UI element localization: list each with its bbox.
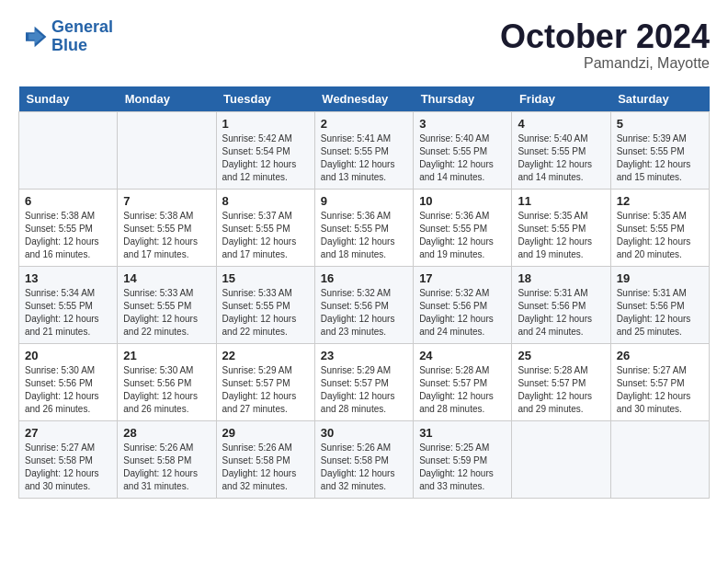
logo: General Blue xyxy=(18,18,113,55)
month-title: October 2024 xyxy=(500,18,710,55)
calendar-cell: 1Sunrise: 5:42 AM Sunset: 5:54 PM Daylig… xyxy=(216,111,314,189)
day-number: 23 xyxy=(321,349,407,362)
cell-info: Sunrise: 5:27 AM Sunset: 5:57 PM Dayligh… xyxy=(617,364,703,416)
day-number: 26 xyxy=(617,349,703,362)
calendar-cell: 6Sunrise: 5:38 AM Sunset: 5:55 PM Daylig… xyxy=(19,189,118,266)
cell-info: Sunrise: 5:32 AM Sunset: 5:56 PM Dayligh… xyxy=(321,287,407,339)
day-number: 10 xyxy=(419,194,506,208)
day-number: 1 xyxy=(222,117,309,131)
cell-info: Sunrise: 5:40 AM Sunset: 5:55 PM Dayligh… xyxy=(419,132,506,184)
day-number: 30 xyxy=(321,426,407,440)
day-number: 28 xyxy=(123,426,210,440)
day-number: 19 xyxy=(617,271,703,285)
weekday-header-saturday: Saturday xyxy=(610,86,709,112)
day-number: 13 xyxy=(25,271,111,285)
cell-info: Sunrise: 5:29 AM Sunset: 5:57 PM Dayligh… xyxy=(321,364,407,416)
cell-info: Sunrise: 5:40 AM Sunset: 5:55 PM Dayligh… xyxy=(518,132,604,184)
calendar-cell: 30Sunrise: 5:26 AM Sunset: 5:58 PM Dayli… xyxy=(314,420,413,498)
day-number: 5 xyxy=(617,117,703,131)
cell-info: Sunrise: 5:37 AM Sunset: 5:55 PM Dayligh… xyxy=(222,210,309,261)
cell-info: Sunrise: 5:26 AM Sunset: 5:58 PM Dayligh… xyxy=(123,442,210,493)
calendar-cell: 17Sunrise: 5:32 AM Sunset: 5:56 PM Dayli… xyxy=(414,266,512,343)
calendar-cell: 3Sunrise: 5:40 AM Sunset: 5:55 PM Daylig… xyxy=(414,111,512,189)
day-number: 3 xyxy=(419,117,506,131)
day-number: 24 xyxy=(419,349,506,362)
calendar-week-3: 13Sunrise: 5:34 AM Sunset: 5:55 PM Dayli… xyxy=(19,266,710,343)
day-number: 6 xyxy=(25,194,111,208)
cell-info: Sunrise: 5:38 AM Sunset: 5:55 PM Dayligh… xyxy=(123,210,210,261)
day-number: 11 xyxy=(518,194,604,208)
cell-info: Sunrise: 5:38 AM Sunset: 5:55 PM Dayligh… xyxy=(25,210,111,261)
weekday-header-thursday: Thursday xyxy=(414,86,512,112)
calendar-cell: 2Sunrise: 5:41 AM Sunset: 5:55 PM Daylig… xyxy=(314,111,413,189)
cell-info: Sunrise: 5:26 AM Sunset: 5:58 PM Dayligh… xyxy=(222,442,309,493)
day-number: 22 xyxy=(222,349,309,362)
calendar-cell: 7Sunrise: 5:38 AM Sunset: 5:55 PM Daylig… xyxy=(118,189,216,266)
calendar-body: 1Sunrise: 5:42 AM Sunset: 5:54 PM Daylig… xyxy=(19,111,710,498)
calendar-cell: 29Sunrise: 5:26 AM Sunset: 5:58 PM Dayli… xyxy=(216,420,314,498)
cell-info: Sunrise: 5:30 AM Sunset: 5:56 PM Dayligh… xyxy=(123,364,210,416)
cell-info: Sunrise: 5:41 AM Sunset: 5:55 PM Dayligh… xyxy=(321,132,407,184)
svg-marker-1 xyxy=(28,29,43,44)
cell-info: Sunrise: 5:32 AM Sunset: 5:56 PM Dayligh… xyxy=(419,287,506,339)
calendar-cell: 27Sunrise: 5:27 AM Sunset: 5:58 PM Dayli… xyxy=(19,420,118,498)
location-subtitle: Pamandzi, Mayotte xyxy=(500,55,710,72)
calendar-cell: 22Sunrise: 5:29 AM Sunset: 5:57 PM Dayli… xyxy=(216,343,314,420)
cell-info: Sunrise: 5:34 AM Sunset: 5:55 PM Dayligh… xyxy=(25,287,111,339)
day-number: 20 xyxy=(25,349,111,362)
calendar-cell: 8Sunrise: 5:37 AM Sunset: 5:55 PM Daylig… xyxy=(216,189,314,266)
calendar-cell: 13Sunrise: 5:34 AM Sunset: 5:55 PM Dayli… xyxy=(19,266,118,343)
cell-info: Sunrise: 5:31 AM Sunset: 5:56 PM Dayligh… xyxy=(617,287,703,339)
calendar-cell xyxy=(610,420,709,498)
calendar-cell: 10Sunrise: 5:36 AM Sunset: 5:55 PM Dayli… xyxy=(414,189,512,266)
day-number: 27 xyxy=(25,426,111,440)
cell-info: Sunrise: 5:28 AM Sunset: 5:57 PM Dayligh… xyxy=(419,364,506,416)
cell-info: Sunrise: 5:36 AM Sunset: 5:55 PM Dayligh… xyxy=(419,210,506,261)
title-block: October 2024 Pamandzi, Mayotte xyxy=(500,18,710,72)
day-number: 4 xyxy=(518,117,604,131)
cell-info: Sunrise: 5:33 AM Sunset: 5:55 PM Dayligh… xyxy=(222,287,309,339)
logo-text: General Blue xyxy=(51,18,113,55)
day-number: 15 xyxy=(222,271,309,285)
calendar-cell: 24Sunrise: 5:28 AM Sunset: 5:57 PM Dayli… xyxy=(414,343,512,420)
calendar-cell: 5Sunrise: 5:39 AM Sunset: 5:55 PM Daylig… xyxy=(610,111,709,189)
cell-info: Sunrise: 5:30 AM Sunset: 5:56 PM Dayligh… xyxy=(25,364,111,416)
calendar-cell: 4Sunrise: 5:40 AM Sunset: 5:55 PM Daylig… xyxy=(512,111,610,189)
cell-info: Sunrise: 5:25 AM Sunset: 5:59 PM Dayligh… xyxy=(419,442,506,493)
weekday-header-row: SundayMondayTuesdayWednesdayThursdayFrid… xyxy=(19,86,710,112)
cell-info: Sunrise: 5:42 AM Sunset: 5:54 PM Dayligh… xyxy=(222,132,309,184)
calendar-cell: 14Sunrise: 5:33 AM Sunset: 5:55 PM Dayli… xyxy=(118,266,216,343)
day-number: 18 xyxy=(518,271,604,285)
calendar-week-4: 20Sunrise: 5:30 AM Sunset: 5:56 PM Dayli… xyxy=(19,343,710,420)
logo-line2: Blue xyxy=(51,36,87,54)
calendar-cell: 20Sunrise: 5:30 AM Sunset: 5:56 PM Dayli… xyxy=(19,343,118,420)
weekday-header-sunday: Sunday xyxy=(19,86,118,112)
weekday-header-wednesday: Wednesday xyxy=(314,86,413,112)
calendar-cell: 21Sunrise: 5:30 AM Sunset: 5:56 PM Dayli… xyxy=(118,343,216,420)
day-number: 21 xyxy=(123,349,210,362)
weekday-header-monday: Monday xyxy=(118,86,216,112)
calendar-cell: 15Sunrise: 5:33 AM Sunset: 5:55 PM Dayli… xyxy=(216,266,314,343)
calendar-week-5: 27Sunrise: 5:27 AM Sunset: 5:58 PM Dayli… xyxy=(19,420,710,498)
day-number: 7 xyxy=(123,194,210,208)
cell-info: Sunrise: 5:35 AM Sunset: 5:55 PM Dayligh… xyxy=(518,210,604,261)
cell-info: Sunrise: 5:28 AM Sunset: 5:57 PM Dayligh… xyxy=(518,364,604,416)
calendar-week-2: 6Sunrise: 5:38 AM Sunset: 5:55 PM Daylig… xyxy=(19,189,710,266)
weekday-header-tuesday: Tuesday xyxy=(216,86,314,112)
calendar-cell: 23Sunrise: 5:29 AM Sunset: 5:57 PM Dayli… xyxy=(314,343,413,420)
day-number: 14 xyxy=(123,271,210,285)
page-header: General Blue October 2024 Pamandzi, Mayo… xyxy=(18,18,710,72)
day-number: 9 xyxy=(321,194,407,208)
calendar-cell: 11Sunrise: 5:35 AM Sunset: 5:55 PM Dayli… xyxy=(512,189,610,266)
day-number: 25 xyxy=(518,349,604,362)
calendar-cell xyxy=(118,111,216,189)
cell-info: Sunrise: 5:26 AM Sunset: 5:58 PM Dayligh… xyxy=(321,442,407,493)
cell-info: Sunrise: 5:27 AM Sunset: 5:58 PM Dayligh… xyxy=(25,442,111,493)
cell-info: Sunrise: 5:31 AM Sunset: 5:56 PM Dayligh… xyxy=(518,287,604,339)
day-number: 17 xyxy=(419,271,506,285)
day-number: 8 xyxy=(222,194,309,208)
day-number: 29 xyxy=(222,426,309,440)
day-number: 31 xyxy=(419,426,506,440)
cell-info: Sunrise: 5:35 AM Sunset: 5:55 PM Dayligh… xyxy=(617,210,703,261)
cell-info: Sunrise: 5:29 AM Sunset: 5:57 PM Dayligh… xyxy=(222,364,309,416)
